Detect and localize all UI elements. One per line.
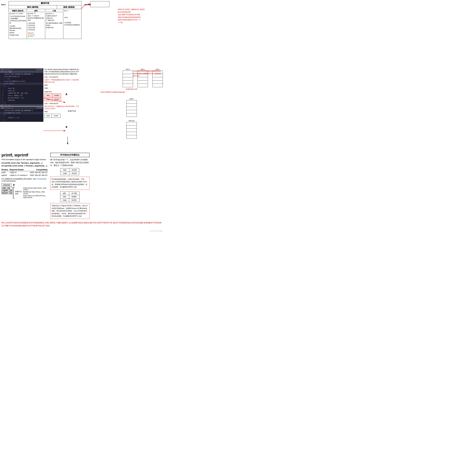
testc-close[interactable]: ✕ (5, 69, 6, 71)
note-box-1: 符号表还是很有用的，当我们写代码时，不写add.c文件就不能形成我们上面所合并的… (50, 177, 89, 190)
memory-right: test.o add.o (100, 68, 163, 139)
doc-sig1: int printf( const char *format [, argume… (1, 162, 48, 164)
testc-editor: test.c ✕ 2023_4_2 (全局范围) 80 % ⚙ ▲ ▼ ◀ ▶ … (0, 68, 43, 106)
lib-desc-2: Multithread static library, retail versi… (23, 191, 48, 194)
editors-container: test.c ✕ 2023_4_2 (全局范围) 80 % ⚙ ▲ ▼ ◀ ▶ … (0, 68, 43, 122)
right-spacer (91, 151, 163, 220)
testc-warn-icon: ⚠ 1 (8, 104, 10, 106)
libraries-cn: 库 (13, 184, 15, 186)
libraries-label: Libraries (1, 184, 12, 186)
test-c-label: test.c (1, 4, 6, 6)
link-notes-col: test .o . . .test.o 1.合并段表 2.符号表的合并和重定位 (63, 9, 81, 39)
bottom-explain: 我们之前的章节提到过这种函数是具有外部链接属性的,当我们调用这个函数去链接它,怎… (0, 221, 163, 230)
testc-toolbar-icons[interactable]: ⚙ ▲ ▼ ◀ ▶ (4, 71, 12, 73)
dep-label: 依赖于这些库 (15, 187, 22, 198)
target-file-notes: 目标文件,已经是二进制的文件,这种目 标文件是有格式的 以gcc编译产生的目标文… (118, 8, 162, 24)
doc-table: Routine Required Header Compatibility pr… (1, 168, 48, 177)
translation-env-box: 翻译环境 编译 (编译器) 链接 (链接器) 预编译 (预处理) gcc tes… (9, 1, 81, 39)
exe-format-note: 可执行程序的文件的格式也是elf的 (100, 91, 163, 93)
doc-title: printf, wprintf (1, 153, 48, 158)
addc-close[interactable]: ✕ (5, 107, 6, 109)
merged-table-1: Add 0x100 main 0x104 (60, 168, 79, 175)
final-table: add 0x 200 Add 0x000 main 0x204 (60, 192, 79, 202)
table-row: wprintf <stdio.h> or <wchar.h> ANSI, Win… (1, 174, 48, 177)
table-row: printf <stdio.h> ANSI, Win 95, Win NT (1, 171, 48, 174)
addc-path: 2023_4_2 (7, 107, 13, 109)
sym-merge-title: 符号表的合并和重定位 (50, 153, 89, 157)
watermark: CSDN @ 环哥吃咸鱼 (150, 230, 162, 232)
compat-note: For additional compatibility information… (1, 178, 48, 182)
lib-desc-1: Single thread static library, retail ver… (23, 187, 48, 191)
testc-error-icon: ⊗ 0 (5, 104, 7, 106)
assemble-col: 汇编 gcc test.s -c 生成test.o的文件 (目标文件) (二进制… (45, 9, 63, 39)
doc-desc: Print formatted output to the standard o… (1, 158, 48, 161)
addc-editor: add.c ✕ 2023_4_2 (全局范围) 1#define _CRT_SE… (0, 107, 43, 122)
form-symbol-table-label: 形成符号表 (68, 110, 76, 112)
link-section: 链接 (链接器) (57, 5, 81, 9)
test-exe-box (90, 1, 110, 7)
addc-title: add.c (1, 107, 5, 109)
testc-path: 2023_4_2 (7, 69, 13, 71)
compile-col: 编译 gcc test.i -S 生成一个.s的文件 把C语言代码翻译成汇编代码… (27, 9, 45, 39)
lib-libcmt: LIBCMT.LIB (1, 190, 12, 192)
testc-zoom: 80 % (1, 71, 4, 73)
testc-status: 80 % (1, 104, 4, 106)
lib-msvcrt: MSVCRT.LIB (1, 192, 12, 194)
note-box-2: 当我们定义了但是名字写成了小写的add，add.o产生的符号就是add，但是我们… (50, 203, 89, 219)
symbol-merge-panel: 符号表的合并和重定位 两个符号表合并成一个，当合并时两个文件都有Add，地址应该… (49, 151, 91, 220)
testc-title: test.c (1, 69, 5, 71)
compat-link[interactable]: Compatibility (36, 178, 47, 180)
sym-merge-desc: 两个符号表合并成一个，当合并时两个文件都有Add，地址应该是0x100，而那个我… (50, 158, 89, 167)
form-exe-label: 形成可执行文件 (100, 88, 163, 90)
compile-section: 编译 (编译器) (9, 5, 57, 9)
merge-note: 合并段表对应的段里面放的数据是相同的,把对应段上的数据合并在一起形成可执行文件 (133, 70, 163, 77)
doc-sig2: int wprintf( const wchar_t *format [, ar… (1, 165, 48, 167)
doc-panel: printf, wprintf Print formatted output t… (0, 151, 49, 220)
preprocess-col: 预编译 (预处理) gcc test.c -E -o test.i 1.头文件的… (9, 9, 27, 39)
lib-libc: LIBC.LIB (1, 187, 12, 189)
trans-env-title: 翻译环境 (9, 1, 81, 5)
lib-desc-3: Import library for MSVCRT.DLL, retail ve… (23, 195, 48, 198)
